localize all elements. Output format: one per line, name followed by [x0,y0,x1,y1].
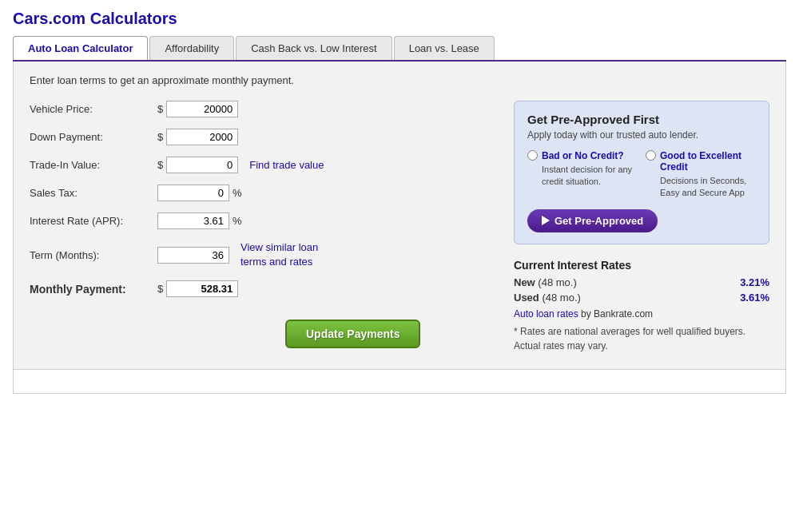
used-rate-label: Used (48 mo.) [514,292,581,304]
update-payments-button[interactable]: Update Payments [285,320,420,348]
bad-credit-radio[interactable] [527,150,538,161]
term-label: Term (Months): [30,249,157,261]
play-icon [542,216,550,225]
interest-rate-input[interactable] [157,212,229,229]
promo-title: Get Pre-Approved First [527,113,756,126]
tab-cashback[interactable]: Cash Back vs. Low Interest [236,36,392,60]
down-payment-row: Down Payment: $ [30,129,490,145]
used-rate-value: 3.61% [740,292,769,304]
good-credit-radio[interactable] [646,150,656,161]
tab-auto-loan[interactable]: Auto Loan Calculator [13,36,148,60]
vehicle-price-row: Vehicle Price: $ [30,101,490,117]
trade-in-dollar: $ [157,159,163,171]
trade-in-label: Trade-In Value: [30,159,157,171]
sales-tax-percent: % [233,187,242,199]
monthly-dollar: $ [157,283,163,295]
vehicle-price-label: Vehicle Price: [30,103,157,115]
monthly-payment-input[interactable] [166,280,238,297]
monthly-payment-row: Monthly Payment: $ [30,280,490,297]
rates-box: Current Interest Rates New (48 mo.) 3.21… [514,259,769,353]
interest-rate-row: Interest Rate (APR): % [30,212,490,229]
sales-tax-label: Sales Tax: [30,187,157,199]
promo-subtitle: Apply today with our trusted auto lender… [527,129,756,141]
bankrate-text: by Bankrate.com [578,308,653,320]
view-rates-link[interactable]: View similar loan terms and rates [240,240,318,269]
bottom-bar [13,370,786,394]
main-content: Enter loan terms to get an approximate m… [13,62,786,370]
used-rate-row: Used (48 mo.) 3.61% [514,292,769,304]
interest-rate-label: Interest Rate (APR): [30,215,157,227]
form-section: Vehicle Price: $ Down Payment: $ Trade-I… [30,101,490,353]
promo-option-good-credit: Good to Excellent Credit Decisions in Se… [646,150,756,200]
good-credit-label: Good to Excellent Credit [660,150,741,173]
rates-title: Current Interest Rates [514,259,769,272]
interest-rate-percent: % [233,215,242,227]
term-input[interactable] [157,247,229,264]
down-payment-dollar: $ [157,131,163,143]
trade-in-row: Trade-In Value: $ Find trade value [30,157,490,173]
trade-in-input[interactable] [166,157,238,173]
bad-credit-label: Bad or No Credit? [542,150,624,161]
rates-note: * Rates are national averages for well q… [514,324,769,353]
sidebar: Get Pre-Approved First Apply today with … [514,101,769,353]
bankrate-link[interactable]: Auto loan rates [514,308,578,320]
term-row: Term (Months): View similar loan terms a… [30,240,490,269]
vehicle-price-dollar: $ [157,103,163,115]
bad-credit-desc: Instant decision for any credit situatio… [542,164,638,189]
tab-affordability[interactable]: Affordability [149,36,234,60]
get-pre-approved-button[interactable]: Get Pre-Approved [527,209,658,232]
intro-text: Enter loan terms to get an approximate m… [30,74,769,86]
site-title: Cars.com Calculators [13,10,786,28]
new-rate-value: 3.21% [740,276,769,288]
down-payment-label: Down Payment: [30,131,157,143]
find-trade-link[interactable]: Find trade value [249,159,324,171]
promo-box: Get Pre-Approved First Apply today with … [514,101,769,244]
sales-tax-row: Sales Tax: % [30,185,490,201]
tab-bar: Auto Loan Calculator Affordability Cash … [13,36,786,62]
monthly-payment-label: Monthly Payment: [30,283,157,296]
sales-tax-input[interactable] [157,185,229,201]
new-rate-row: New (48 mo.) 3.21% [514,276,769,288]
vehicle-price-input[interactable] [166,101,238,117]
promo-option-bad-credit: Bad or No Credit? Instant decision for a… [527,150,638,200]
get-pre-approved-label: Get Pre-Approved [555,215,643,227]
good-credit-desc: Decisions in Seconds, Easy and Secure Ap… [660,175,756,200]
new-rate-label: New (48 mo.) [514,276,577,288]
down-payment-input[interactable] [166,129,238,145]
tab-loan-lease[interactable]: Loan vs. Lease [394,36,495,60]
bankrate-attribution: Auto loan rates by Bankrate.com [514,308,769,320]
promo-options: Bad or No Credit? Instant decision for a… [527,150,756,200]
